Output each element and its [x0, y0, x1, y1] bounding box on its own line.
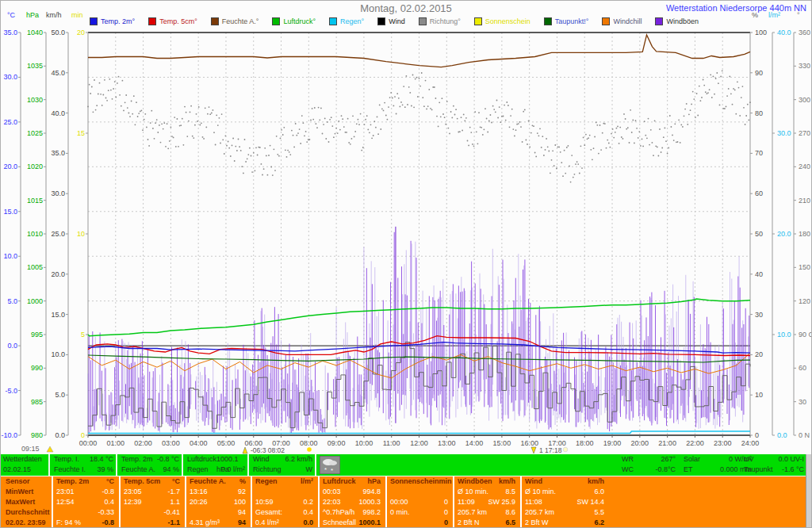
wind-direction-dot: [412, 75, 414, 76]
wind-direction-dot: [480, 126, 481, 128]
sunrise-dot-icon: [307, 447, 312, 452]
stats-row: 0: [387, 518, 451, 528]
wind-direction-dot: [596, 124, 598, 126]
wind-direction-dot: [667, 153, 668, 155]
wind-direction-dot: [457, 118, 458, 120]
wind-direction-dot: [657, 147, 658, 148]
wind-direction-dot: [354, 131, 356, 132]
wind-direction-dot: [658, 155, 660, 157]
wind-direction-dot: [486, 118, 488, 120]
wind-direction-dot: [715, 78, 717, 79]
axis-tick-label: 60: [755, 189, 763, 197]
wind-direction-dot: [135, 124, 136, 125]
wind-direction-dot: [585, 134, 587, 136]
wind-direction-dot: [425, 80, 427, 82]
wind-direction-dot: [426, 109, 427, 110]
wind-direction-dot: [739, 115, 741, 117]
wind-direction-dot: [458, 132, 459, 133]
status-cell: Luftdruck1000.1 hPaRegen0.0 l/m²: [185, 454, 249, 476]
wind-direction-dot: [472, 143, 473, 145]
wind-direction-dot: [312, 108, 313, 109]
wind-direction-dot: [650, 129, 652, 131]
wind-direction-dot: [577, 163, 579, 165]
wind-direction-dot: [163, 128, 164, 130]
axis-tick-label: 50.0: [51, 29, 65, 36]
wind-direction-dot: [144, 113, 146, 115]
wind-direction-dot: [668, 147, 669, 149]
wind-direction-dot: [627, 127, 629, 128]
stats-row: 11:09SW 25.9: [454, 497, 519, 507]
wind-direction-dot: [151, 110, 152, 112]
wind-direction-dot: [515, 129, 517, 131]
wind-direction-dot: [335, 133, 336, 135]
wind-direction-dot: [514, 136, 515, 137]
wind-direction-dot: [274, 148, 275, 150]
wind-direction-dot: [422, 97, 423, 98]
stats-row: 00:000: [387, 497, 451, 507]
wind-direction-dot: [385, 115, 387, 117]
wind-direction-dot: [267, 174, 269, 176]
wind-direction-dot: [219, 117, 220, 119]
wind-direction-dot: [232, 138, 234, 140]
wind-direction-dot: [451, 117, 453, 119]
wind-direction-dot: [400, 106, 401, 108]
wind-direction-dot: [303, 122, 304, 124]
wind-direction-dot: [127, 107, 128, 109]
axis-tick-label: 10: [77, 230, 85, 238]
wind-direction-dot: [680, 124, 682, 126]
wind-direction-dot: [177, 118, 178, 120]
wind-direction-dot: [616, 128, 618, 129]
wind-direction-dot: [663, 136, 665, 138]
wind-direction-dot: [530, 132, 532, 134]
x-axis-label: 04:00: [190, 439, 208, 447]
wind-direction-dot: [167, 147, 169, 149]
axis-tick-label: 50: [755, 230, 763, 238]
wind-direction-dot: [167, 123, 168, 124]
stats-row: 12:540.4: [53, 497, 117, 507]
wind-direction-dot: [138, 113, 140, 114]
wind-direction-dot: [506, 101, 508, 103]
axis-tick-label: 0: [81, 431, 85, 439]
wind-direction-dot: [722, 70, 723, 71]
wind-direction-dot: [213, 109, 214, 111]
stats-column-windb-en: Windböenkm/hØ 10 min.8.511:09SW 25.9205.…: [453, 476, 519, 528]
wind-direction-dot: [179, 125, 181, 127]
axis-tick-label: 5.0: [55, 391, 65, 399]
wind-direction-dot: [243, 173, 244, 174]
sunrise-arrow-icon: [243, 447, 247, 453]
wind-direction-dot: [100, 94, 102, 95]
x-axis-label: 20:00: [631, 439, 649, 447]
axis-tick-label: 1000: [27, 297, 43, 305]
wind-direction-dot: [251, 171, 253, 173]
wind-direction-dot: [96, 105, 98, 106]
x-axis-label: 09:00: [327, 439, 346, 447]
status-cell-right: WR267°WC-0.8°C: [619, 454, 678, 476]
stats-row: 22:031000.3: [320, 497, 384, 507]
stats-row: 20:26100: [186, 497, 249, 507]
wind-direction-dot: [98, 94, 99, 95]
wind-direction-dot: [690, 109, 691, 111]
wind-direction-dot: [626, 128, 627, 130]
x-axis-label: 08:00: [300, 439, 318, 447]
wind-direction-dot: [247, 158, 248, 159]
wind-direction-dot: [193, 137, 194, 139]
wind-direction-dot: [238, 139, 239, 140]
wind-direction-dot: [413, 106, 415, 108]
wind-direction-dot: [646, 137, 648, 139]
snow-weather-icon: **: [320, 456, 340, 474]
wind-direction-dot: [393, 105, 395, 107]
wind-direction-dot: [236, 150, 238, 151]
wind-direction-dot: [548, 151, 550, 152]
wind-direction-dot: [194, 124, 196, 126]
wind-direction-dot: [700, 100, 702, 101]
wind-direction-dot: [327, 121, 328, 123]
axis-tick-label: 1010: [27, 230, 43, 238]
wind-direction-dot: [87, 106, 89, 108]
wind-direction-dot: [571, 155, 573, 156]
wind-direction-dot: [409, 92, 411, 94]
wind-direction-dot: [91, 86, 93, 88]
wind-direction-dot: [535, 156, 537, 158]
wind-direction-dot: [339, 129, 341, 131]
wind-direction-dot: [481, 127, 482, 128]
wind-direction-dot: [732, 104, 733, 105]
